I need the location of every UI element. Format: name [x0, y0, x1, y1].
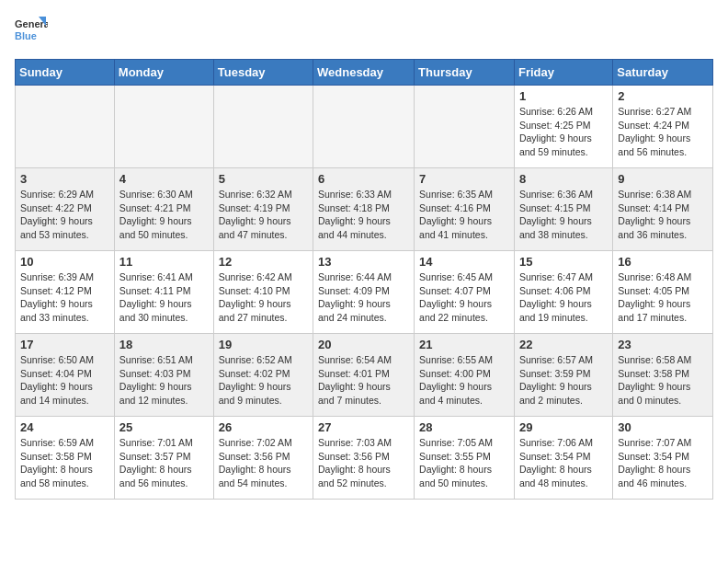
- calendar-cell: [114, 86, 213, 168]
- day-header-monday: Monday: [114, 60, 213, 86]
- day-number: 26: [219, 420, 308, 434]
- day-number: 28: [419, 420, 509, 434]
- calendar-cell: 14Sunrise: 6:45 AM Sunset: 4:07 PM Dayli…: [415, 251, 515, 334]
- day-number: 16: [618, 255, 708, 269]
- calendar-cell: 8Sunrise: 6:36 AM Sunset: 4:15 PM Daylig…: [514, 168, 612, 251]
- calendar-cell: 6Sunrise: 6:33 AM Sunset: 4:18 PM Daylig…: [313, 168, 415, 251]
- svg-text:Blue: Blue: [15, 30, 37, 41]
- day-info: Sunrise: 6:50 AM Sunset: 4:04 PM Dayligh…: [20, 353, 109, 408]
- logo-svg: General Blue: [15, 15, 48, 48]
- calendar-cell: [16, 86, 115, 168]
- calendar-cell: 12Sunrise: 6:42 AM Sunset: 4:10 PM Dayli…: [213, 251, 313, 334]
- day-info: Sunrise: 6:45 AM Sunset: 4:07 PM Dayligh…: [419, 270, 509, 325]
- day-info: Sunrise: 6:51 AM Sunset: 4:03 PM Dayligh…: [119, 353, 209, 408]
- day-info: Sunrise: 6:55 AM Sunset: 4:00 PM Dayligh…: [419, 353, 509, 408]
- day-number: 7: [419, 172, 509, 186]
- day-number: 5: [219, 172, 308, 186]
- calendar-cell: 20Sunrise: 6:54 AM Sunset: 4:01 PM Dayli…: [313, 334, 415, 417]
- calendar-cell: 7Sunrise: 6:35 AM Sunset: 4:16 PM Daylig…: [415, 168, 515, 251]
- day-number: 20: [318, 338, 409, 351]
- day-info: Sunrise: 6:52 AM Sunset: 4:02 PM Dayligh…: [219, 353, 308, 408]
- day-number: 19: [219, 338, 308, 351]
- day-number: 14: [419, 255, 509, 269]
- calendar-cell: [213, 86, 313, 168]
- calendar-cell: 10Sunrise: 6:39 AM Sunset: 4:12 PM Dayli…: [16, 251, 115, 334]
- day-number: 29: [519, 420, 608, 434]
- day-number: 13: [318, 255, 409, 269]
- day-info: Sunrise: 7:01 AM Sunset: 3:57 PM Dayligh…: [119, 436, 209, 490]
- day-header-saturday: Saturday: [613, 60, 713, 86]
- day-info: Sunrise: 7:07 AM Sunset: 3:54 PM Dayligh…: [618, 436, 708, 490]
- day-number: 23: [618, 338, 708, 351]
- day-header-friday: Friday: [514, 60, 612, 86]
- week-row-3: 10Sunrise: 6:39 AM Sunset: 4:12 PM Dayli…: [16, 251, 713, 334]
- calendar-cell: 16Sunrise: 6:48 AM Sunset: 4:05 PM Dayli…: [613, 251, 713, 334]
- day-number: 6: [318, 172, 409, 186]
- logo: General Blue: [15, 15, 48, 48]
- day-number: 18: [119, 338, 209, 351]
- day-number: 15: [519, 255, 608, 269]
- day-number: 10: [20, 255, 109, 269]
- day-info: Sunrise: 6:35 AM Sunset: 4:16 PM Dayligh…: [419, 188, 509, 242]
- week-row-5: 24Sunrise: 6:59 AM Sunset: 3:58 PM Dayli…: [16, 417, 713, 500]
- calendar-cell: 2Sunrise: 6:27 AM Sunset: 4:24 PM Daylig…: [613, 86, 713, 168]
- calendar-cell: 4Sunrise: 6:30 AM Sunset: 4:21 PM Daylig…: [114, 168, 213, 251]
- day-info: Sunrise: 6:32 AM Sunset: 4:19 PM Dayligh…: [219, 188, 308, 242]
- day-header-sunday: Sunday: [16, 60, 115, 86]
- day-number: 9: [618, 172, 708, 186]
- day-info: Sunrise: 6:30 AM Sunset: 4:21 PM Dayligh…: [119, 188, 209, 242]
- calendar-cell: 3Sunrise: 6:29 AM Sunset: 4:22 PM Daylig…: [16, 168, 115, 251]
- calendar-cell: 19Sunrise: 6:52 AM Sunset: 4:02 PM Dayli…: [213, 334, 313, 417]
- day-info: Sunrise: 6:58 AM Sunset: 3:58 PM Dayligh…: [618, 353, 708, 408]
- calendar-cell: 9Sunrise: 6:38 AM Sunset: 4:14 PM Daylig…: [613, 168, 713, 251]
- calendar-cell: 30Sunrise: 7:07 AM Sunset: 3:54 PM Dayli…: [613, 417, 713, 500]
- calendar-cell: 26Sunrise: 7:02 AM Sunset: 3:56 PM Dayli…: [213, 417, 313, 500]
- day-number: 12: [219, 255, 308, 269]
- week-row-2: 3Sunrise: 6:29 AM Sunset: 4:22 PM Daylig…: [16, 168, 713, 251]
- day-info: Sunrise: 6:48 AM Sunset: 4:05 PM Dayligh…: [618, 270, 708, 325]
- calendar-cell: 27Sunrise: 7:03 AM Sunset: 3:56 PM Dayli…: [313, 417, 415, 500]
- calendar-cell: 13Sunrise: 6:44 AM Sunset: 4:09 PM Dayli…: [313, 251, 415, 334]
- calendar-cell: 21Sunrise: 6:55 AM Sunset: 4:00 PM Dayli…: [415, 334, 515, 417]
- day-header-thursday: Thursday: [415, 60, 515, 86]
- day-header-wednesday: Wednesday: [313, 60, 415, 86]
- day-number: 21: [419, 338, 509, 351]
- day-number: 24: [20, 420, 109, 434]
- day-info: Sunrise: 6:59 AM Sunset: 3:58 PM Dayligh…: [20, 436, 109, 490]
- day-info: Sunrise: 6:27 AM Sunset: 4:24 PM Dayligh…: [618, 105, 708, 159]
- day-info: Sunrise: 6:33 AM Sunset: 4:18 PM Dayligh…: [318, 188, 409, 242]
- day-info: Sunrise: 7:02 AM Sunset: 3:56 PM Dayligh…: [219, 436, 308, 490]
- calendar-cell: 25Sunrise: 7:01 AM Sunset: 3:57 PM Dayli…: [114, 417, 213, 500]
- day-info: Sunrise: 6:47 AM Sunset: 4:06 PM Dayligh…: [519, 270, 608, 325]
- day-number: 30: [618, 420, 708, 434]
- day-number: 25: [119, 420, 209, 434]
- day-number: 11: [119, 255, 209, 269]
- calendar-cell: 15Sunrise: 6:47 AM Sunset: 4:06 PM Dayli…: [514, 251, 612, 334]
- page-header: General Blue: [15, 15, 713, 48]
- day-number: 27: [318, 420, 409, 434]
- calendar-cell: 24Sunrise: 6:59 AM Sunset: 3:58 PM Dayli…: [16, 417, 115, 500]
- calendar-cell: 17Sunrise: 6:50 AM Sunset: 4:04 PM Dayli…: [16, 334, 115, 417]
- day-info: Sunrise: 7:06 AM Sunset: 3:54 PM Dayligh…: [519, 436, 608, 490]
- day-info: Sunrise: 7:03 AM Sunset: 3:56 PM Dayligh…: [318, 436, 409, 490]
- week-row-4: 17Sunrise: 6:50 AM Sunset: 4:04 PM Dayli…: [16, 334, 713, 417]
- calendar-cell: 5Sunrise: 6:32 AM Sunset: 4:19 PM Daylig…: [213, 168, 313, 251]
- day-number: 3: [20, 172, 109, 186]
- calendar-cell: 1Sunrise: 6:26 AM Sunset: 4:25 PM Daylig…: [514, 86, 612, 168]
- day-number: 4: [119, 172, 209, 186]
- day-header-row: SundayMondayTuesdayWednesdayThursdayFrid…: [16, 60, 713, 86]
- calendar-cell: 29Sunrise: 7:06 AM Sunset: 3:54 PM Dayli…: [514, 417, 612, 500]
- day-number: 2: [618, 89, 708, 103]
- day-info: Sunrise: 6:42 AM Sunset: 4:10 PM Dayligh…: [219, 270, 308, 325]
- day-info: Sunrise: 6:41 AM Sunset: 4:11 PM Dayligh…: [119, 270, 209, 325]
- calendar-cell: 18Sunrise: 6:51 AM Sunset: 4:03 PM Dayli…: [114, 334, 213, 417]
- day-info: Sunrise: 6:44 AM Sunset: 4:09 PM Dayligh…: [318, 270, 409, 325]
- calendar-cell: 11Sunrise: 6:41 AM Sunset: 4:11 PM Dayli…: [114, 251, 213, 334]
- day-number: 1: [519, 89, 608, 103]
- calendar-cell: [415, 86, 515, 168]
- day-info: Sunrise: 6:54 AM Sunset: 4:01 PM Dayligh…: [318, 353, 409, 408]
- week-row-1: 1Sunrise: 6:26 AM Sunset: 4:25 PM Daylig…: [16, 86, 713, 168]
- day-info: Sunrise: 6:26 AM Sunset: 4:25 PM Dayligh…: [519, 105, 608, 159]
- day-number: 8: [519, 172, 608, 186]
- day-info: Sunrise: 6:36 AM Sunset: 4:15 PM Dayligh…: [519, 188, 608, 242]
